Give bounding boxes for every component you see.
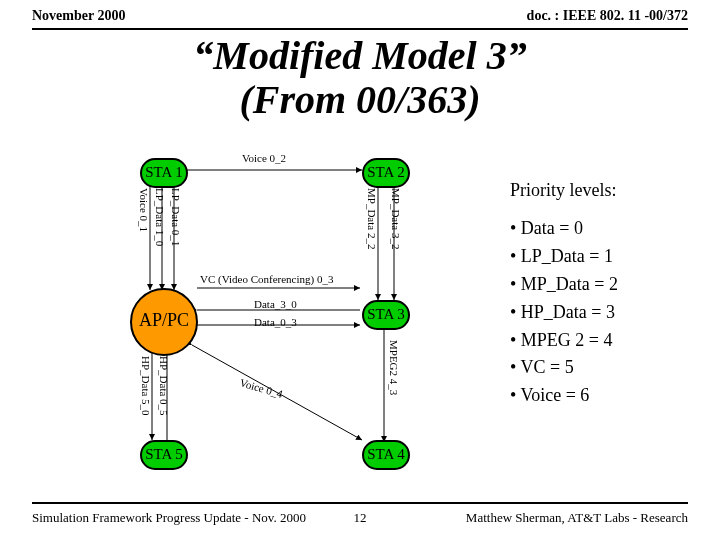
legend-item: • MP_Data = 2 (510, 271, 710, 299)
edge-voice-0-2: Voice 0_2 (242, 152, 286, 164)
slide: November 2000 doc. : IEEE 802. 11 -00/37… (0, 0, 720, 540)
edge-data-3-0: Data_3_0 (254, 298, 297, 310)
legend-item: • Data = 0 (510, 215, 710, 243)
edge-mpdata-2-2: MP_Data 2_2 (366, 188, 378, 249)
edge-vc-0-3: VC (Video Conferencing) 0_3 (200, 273, 333, 285)
legend-list: • Data = 0 • LP_Data = 1 • MP_Data = 2 •… (510, 215, 710, 410)
page-title: “Modified Model 3” (From 00/363) (0, 34, 720, 122)
node-sta2: STA 2 (362, 158, 410, 188)
legend-item: • VC = 5 (510, 354, 710, 382)
footer-right: Matthew Sherman, AT&T Labs - Research (466, 510, 688, 526)
node-sta1: STA 1 (140, 158, 188, 188)
node-sta5: STA 5 (140, 440, 188, 470)
legend-item: • Voice = 6 (510, 382, 710, 410)
network-diagram: STA 1 STA 2 AP/PC STA 3 STA 4 STA 5 Voic… (32, 140, 502, 490)
legend-item: • MPEG 2 = 4 (510, 327, 710, 355)
node-sta4: STA 4 (362, 440, 410, 470)
edge-data-0-3: Data_0_3 (254, 316, 297, 328)
edge-mpdata-3-2: MP_Data 3_2 (390, 188, 402, 249)
title-line-2: (From 00/363) (239, 77, 480, 122)
edge-mpeg2-4-3: MPEG2 4_3 (388, 340, 400, 395)
node-ap: AP/PC (130, 288, 198, 356)
bottom-rule (32, 502, 688, 504)
node-sta3: STA 3 (362, 300, 410, 330)
legend-item: • LP_Data = 1 (510, 243, 710, 271)
header-left: November 2000 (32, 8, 125, 24)
edge-hpdata-0-5: HP_Data 0_5 (158, 356, 170, 416)
legend-title: Priority levels: (510, 180, 710, 201)
title-line-1: “Modified Model 3” (193, 33, 526, 78)
header-right: doc. : IEEE 802. 11 -00/372 (527, 8, 688, 24)
edge-voice-0-1: Voice 0_1 (138, 188, 150, 232)
legend-item: • HP_Data = 3 (510, 299, 710, 327)
edge-lpdata-1-0: LP_Data 1_0 (154, 188, 166, 246)
edge-lpdata-0-1: LP_Data 0_1 (170, 188, 182, 246)
priority-legend: Priority levels: • Data = 0 • LP_Data = … (510, 180, 710, 410)
edge-hpdata-5-0: HP_Data 5_0 (140, 356, 152, 416)
top-rule (32, 28, 688, 30)
diagram-edges (32, 140, 502, 490)
